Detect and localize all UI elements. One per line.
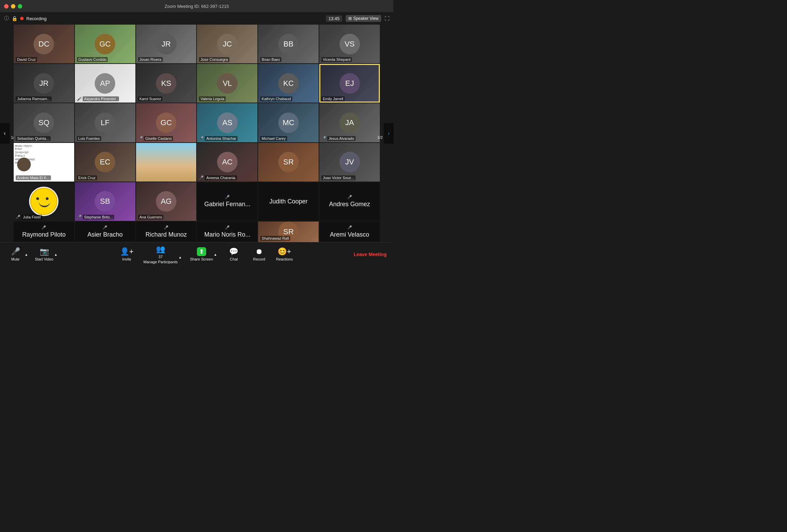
participants-control: 👥 37 Manage Participants ▲: [144, 245, 182, 264]
chat-icon: 💬: [229, 247, 238, 256]
participant-name: Luis Fuentes: [77, 136, 101, 141]
recording-label: Recording: [26, 16, 46, 21]
participant-cell: 🎤 Mario Noris Ro...: [197, 222, 257, 242]
manage-participants-button[interactable]: 👥 37 Manage Participants: [144, 245, 178, 264]
close-button[interactable]: [4, 4, 9, 9]
mute-indicator: 🎤: [347, 195, 352, 199]
participant-cell: 🎤 Julia Fistel: [14, 182, 74, 221]
participant-cell: SR: [258, 143, 319, 182]
participant-cell-active: EJ Emily Jarrell: [319, 64, 380, 103]
participant-name: Shahnawaz Rafi: [260, 236, 290, 241]
leave-meeting-button[interactable]: Leave Meeting: [354, 252, 387, 257]
info-icon[interactable]: ⓘ: [4, 15, 9, 22]
mute-indicator: 🎤 Giselle Castano: [138, 136, 173, 141]
participant-name: Richard Munoz: [146, 231, 187, 238]
participants-icon: 👥: [156, 245, 165, 254]
participant-name: Jose Consuegra: [199, 57, 229, 62]
mute-indicator: 🎤 Julia Fistel: [16, 215, 42, 220]
next-page-button[interactable]: ›: [384, 123, 394, 144]
participants-count: 37: [159, 255, 163, 259]
participant-cell: KS Karol Suarez: [136, 64, 197, 103]
participant-name: Michael Carey: [260, 136, 287, 141]
prev-page-button[interactable]: ‹: [0, 123, 10, 144]
participant-cell: JC Jose Consuegra: [197, 25, 257, 63]
mute-indicator: 🎤: [103, 225, 107, 230]
participant-name: Vicenta Shepard: [321, 57, 352, 62]
reactions-button[interactable]: 😊+ Reactions: [276, 247, 293, 261]
video-caret[interactable]: ▲: [54, 253, 57, 256]
participant-name: Aremi Velasco: [330, 231, 369, 238]
start-video-label: Start Video: [35, 257, 53, 261]
participant-name: Gustavo Cordido: [77, 57, 108, 62]
microphone-icon: 🎤: [11, 247, 20, 256]
invite-button[interactable]: 👤+ Invite: [118, 247, 135, 261]
right-page-indicator: 1/2: [377, 135, 383, 139]
chat-button[interactable]: 💬 Chat: [225, 247, 242, 261]
maximize-button[interactable]: [18, 4, 22, 9]
fullscreen-button[interactable]: ⛶: [385, 16, 389, 21]
participant-cell: AG Ana Guerrero: [136, 182, 197, 221]
mute-indicator: 🎤 Antonina Shachar: [199, 136, 237, 141]
participant-cell: BB Brian Baez: [258, 25, 319, 63]
titlebar: Zoom Meeting ID: 662-397-1215: [0, 0, 394, 12]
traffic-lights: [4, 4, 22, 9]
record-button[interactable]: ⏺ Record: [251, 247, 268, 261]
participant-name: Raymond Piloto: [22, 231, 66, 238]
participant-cell: 🎤 Andres Gomez: [319, 182, 380, 221]
participant-name: Valeria Leguia: [199, 96, 226, 101]
participant-name: Sebastian Quinta...: [16, 136, 51, 141]
participant-cell: LF Luis Fuentes: [75, 103, 135, 142]
participant-cell: Judith Cooper: [258, 182, 319, 221]
participant-cell: ∫f(x)dx = F(x)+CE=mc²∑n=n(n+1)/2∇×B=μ₀Jd…: [14, 143, 74, 182]
start-video-button[interactable]: 📷 Start Video: [35, 247, 53, 261]
participant-cell: [136, 143, 197, 182]
speaker-view-label: Speaker View: [353, 16, 378, 21]
mute-indicator: 🎤 Aneesa Charania: [199, 175, 237, 180]
share-caret[interactable]: ▲: [214, 253, 217, 256]
participant-name: Asier Bracho: [88, 231, 123, 238]
mute-button[interactable]: 🎤 Mute: [7, 247, 24, 261]
mute-caret[interactable]: ▲: [25, 253, 28, 256]
participant-name: Emily Jarrell: [321, 96, 345, 101]
participant-cell: VS Vicenta Shepard: [319, 25, 380, 63]
meeting-id: Zoom Meeting ID: 662-397-1215: [165, 4, 229, 9]
participant-name: Gabriel Fernan...: [204, 201, 250, 208]
topbar: ⓘ 🔒 Recording 13:45 ⊞ Speaker View ⛶: [0, 12, 394, 25]
participant-cell: VL Valeria Leguia: [197, 64, 257, 103]
participant-name: Andres Gomez: [329, 201, 370, 208]
smiley-face: [30, 188, 57, 215]
recording-dot: [20, 17, 24, 20]
speaker-view-button[interactable]: ⊞ Speaker View: [346, 15, 381, 22]
mute-indicator: 🎤: [225, 195, 230, 199]
minimize-button[interactable]: [11, 4, 15, 9]
share-screen-button[interactable]: ⬆ Share Screen: [190, 247, 213, 261]
chat-label: Chat: [230, 257, 238, 261]
lock-icon: 🔒: [12, 16, 17, 21]
invite-icon: 👤+: [120, 247, 134, 256]
participant-name: David Cruz: [16, 57, 37, 62]
participant-name: Karol Suarez: [138, 96, 163, 101]
participant-cell: SR Shahnawaz Rafi: [258, 222, 319, 242]
video-grid: DC David Cruz GC Gustavo Cordido JR Jova…: [0, 25, 394, 242]
toolbar-center: 👤+ Invite 👥 37 Manage Participants ▲ ⬆ S…: [118, 245, 293, 264]
participant-cell: AP 🎤 Alejandro Pimentel .: [75, 64, 135, 103]
participant-name: Andres Mata El K...: [16, 175, 51, 180]
participant-cell: DC David Cruz: [14, 25, 74, 63]
share-screen-label: Share Screen: [190, 257, 213, 261]
mute-indicator: 🎤: [225, 225, 230, 230]
participant-cell: JR Jovan Rivera: [136, 25, 197, 63]
participant-cell: EC Erick Cruz: [75, 143, 135, 182]
participant-cell: 🎤 Richard Munoz: [136, 222, 197, 242]
topbar-right: 13:45 ⊞ Speaker View ⛶: [326, 15, 389, 22]
participant-name: Kathryn Chabaud: [260, 96, 292, 101]
participant-cell: 🎤 Raymond Piloto: [14, 222, 74, 242]
record-label: Record: [253, 257, 265, 261]
toolbar: 🎤 Mute ▲ 📷 Start Video ▲ 👤+ Invite 👥 37 …: [0, 242, 394, 266]
participant-name: Ana Guerrero: [138, 215, 164, 220]
mute-indicator: 🎤: [41, 225, 46, 230]
participants-caret[interactable]: ▲: [178, 255, 182, 259]
toolbar-right: Leave Meeting: [354, 252, 387, 257]
video-icon: 📷: [40, 247, 49, 256]
participant-cell: AC 🎤 Aneesa Charania: [197, 143, 257, 182]
participant-cell: AS 🎤 Antonina Shachar: [197, 103, 257, 142]
